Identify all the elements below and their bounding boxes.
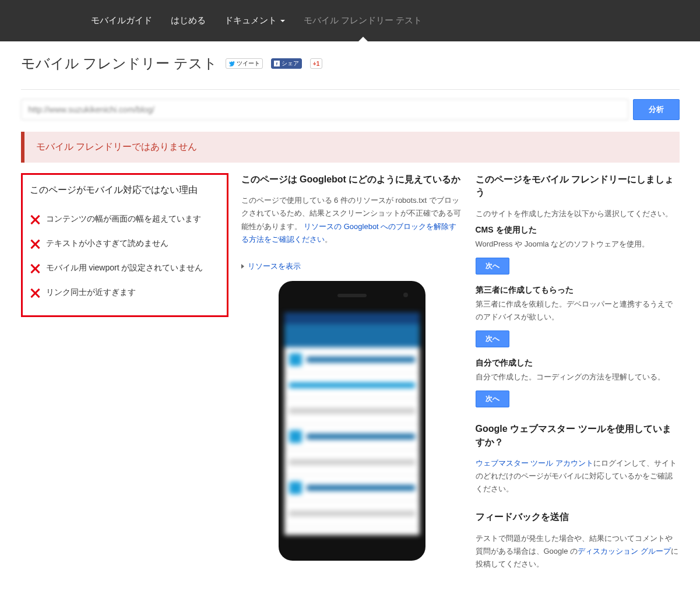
- reason-item: モバイル用 viewport が設定されていません: [30, 256, 220, 280]
- nav-getting-started[interactable]: はじめる: [161, 1, 215, 41]
- next-button-thirdparty[interactable]: 次へ: [476, 330, 509, 347]
- next-button-cms[interactable]: 次へ: [476, 258, 509, 275]
- wmt-account-link[interactable]: ウェブマスター ツール アカウント: [476, 459, 593, 467]
- title-row: モバイル フレンドリー テスト ツイート シェア +1: [21, 54, 680, 90]
- reasons-box: このページがモバイル対応ではない理由 コンテンツの幅が画面の幅を超えています テ…: [21, 173, 228, 317]
- reasons-title: このページがモバイル対応ではない理由: [30, 184, 220, 196]
- fix-option-desc: WordPress や Joomla などのソフトウェアを使用。: [476, 238, 680, 251]
- result-alert: モバイル フレンドリーではありません: [21, 132, 680, 163]
- fix-option-desc: 自分で作成した。コーディングの方法を理解している。: [476, 371, 680, 384]
- fix-intro: このサイトを作成した方法を以下から選択してください。: [476, 207, 680, 220]
- reason-item: テキストが小さすぎて読めません: [30, 231, 220, 256]
- x-icon: [30, 263, 40, 273]
- reason-item: コンテンツの幅が画面の幅を超えています: [30, 207, 220, 231]
- url-input-row: 分析: [21, 99, 680, 120]
- fix-section: このページをモバイル フレンドリーにしましょう このサイトを作成した方法を以下か…: [476, 173, 680, 407]
- fix-option-heading: 第三者に作成してもらった: [476, 285, 680, 296]
- nav-documents[interactable]: ドキュメント: [215, 1, 294, 41]
- discussion-group-link[interactable]: ディスカッション グループ: [578, 547, 671, 555]
- caret-right-icon: [241, 264, 244, 269]
- chevron-down-icon: [280, 20, 285, 22]
- x-icon: [30, 214, 40, 224]
- facebook-share-button[interactable]: シェア: [271, 58, 302, 69]
- x-icon: [30, 287, 40, 298]
- nav-mobile-friendly-test[interactable]: モバイル フレンドリー テスト: [294, 1, 431, 41]
- googlebot-title: このページは Googlebot にどのように見えているか: [241, 173, 463, 186]
- url-input[interactable]: [21, 99, 628, 120]
- wmt-body: ウェブマスター ツール アカウントにログインして、サイトのどれだけのページがモバ…: [476, 457, 680, 495]
- show-resources-toggle[interactable]: リソースを表示: [241, 261, 301, 272]
- analyze-button[interactable]: 分析: [633, 99, 680, 120]
- fix-title: このページをモバイル フレンドリーにしましょう: [476, 173, 680, 199]
- top-navigation: モバイルガイド はじめる ドキュメント モバイル フレンドリー テスト: [0, 0, 700, 41]
- phone-mockup: [279, 281, 425, 561]
- phone-screen-preview: [284, 312, 420, 535]
- fix-option-heading: CMS を使用した: [476, 225, 680, 235]
- feedback-section: フィードバックを送信 テストで問題が発生した場合や、結果についてコメントや質問が…: [476, 511, 680, 571]
- fix-option-heading: 自分で作成した: [476, 358, 680, 368]
- page-title: モバイル フレンドリー テスト: [21, 54, 217, 73]
- googlebot-description: このページで使用している 6 件のリソースが robots.txt でブロックさ…: [241, 194, 463, 245]
- google-plus-one-button[interactable]: +1: [310, 58, 322, 69]
- wmt-title: Google ウェブマスター ツールを使用していますか？: [476, 423, 680, 449]
- wmt-section: Google ウェブマスター ツールを使用していますか？ ウェブマスター ツール…: [476, 423, 680, 495]
- reason-item: リンク同士が近すぎます: [30, 280, 220, 305]
- nav-mobile-guide[interactable]: モバイルガイド: [82, 1, 161, 41]
- fix-option-desc: 第三者に作成を依頼した。デベロッパーと連携するうえでのアドバイスが欲しい。: [476, 298, 680, 323]
- tweet-button[interactable]: ツイート: [226, 58, 263, 69]
- next-button-self[interactable]: 次へ: [476, 391, 509, 407]
- feedback-title: フィードバックを送信: [476, 511, 680, 523]
- x-icon: [30, 238, 40, 249]
- feedback-body: テストで問題が発生した場合や、結果についてコメントや質問がある場合は、Googl…: [476, 532, 680, 571]
